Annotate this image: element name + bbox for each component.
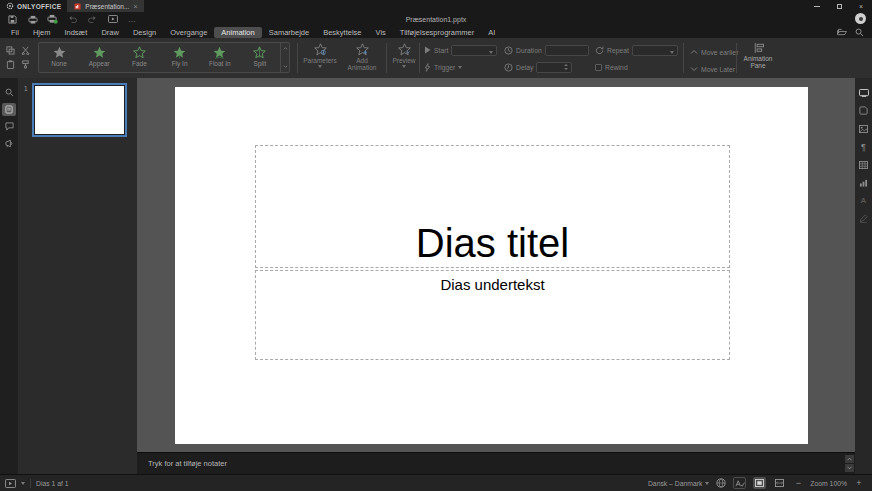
- set-language-globe-icon[interactable]: [716, 478, 726, 488]
- ribbon-separator: [419, 43, 420, 73]
- fit-to-slide-button[interactable]: [753, 477, 766, 489]
- notes-area[interactable]: Tryk for at tilføje notater: [137, 452, 855, 474]
- add-animation-icon: [356, 43, 369, 56]
- find-icon[interactable]: [2, 86, 16, 99]
- minimize-button[interactable]: [806, 0, 828, 12]
- status-bar: Dias 1 af 1 Dansk – Danmark − Zoom 100% …: [0, 474, 872, 491]
- copy-button[interactable]: [4, 44, 17, 56]
- maximize-button[interactable]: [828, 0, 850, 12]
- slide-counter: Dias 1 af 1: [36, 480, 69, 487]
- undo-button[interactable]: [67, 14, 78, 25]
- tab-hjem[interactable]: Hjem: [26, 27, 58, 38]
- tab-fil[interactable]: Fil: [4, 27, 26, 38]
- zoom-out-button[interactable]: −: [793, 478, 803, 488]
- document-tab[interactable]: Præsentation... ×: [67, 0, 144, 12]
- tab-overgange[interactable]: Overgange: [163, 27, 214, 38]
- title-placeholder[interactable]: Dias titel: [255, 145, 730, 268]
- image-settings-icon[interactable]: [857, 122, 871, 135]
- chevron-up-icon: [690, 49, 698, 55]
- titlebar: ONLYOFFICE Præsentation... × ×: [0, 0, 872, 12]
- feedback-icon[interactable]: [2, 137, 16, 150]
- scroll-up-button[interactable]: [845, 455, 854, 463]
- save-button[interactable]: [7, 14, 18, 25]
- tab-animation[interactable]: Animation: [214, 27, 261, 38]
- animation-split[interactable]: Split: [240, 43, 280, 72]
- ribbon-separator: [736, 43, 737, 73]
- scroll-down-button[interactable]: [845, 464, 854, 472]
- repeat-select[interactable]: [632, 45, 678, 56]
- tab-indsaet[interactable]: Indsæt: [57, 27, 94, 38]
- animation-none[interactable]: None: [39, 43, 79, 72]
- language-selector[interactable]: Dansk – Danmark: [648, 480, 709, 487]
- tab-vis[interactable]: Vis: [369, 27, 393, 38]
- search-icon[interactable]: [855, 28, 864, 37]
- delay-stepper[interactable]: [536, 62, 572, 73]
- ribbon-separator: [683, 43, 684, 73]
- move-later-button[interactable]: Move Later: [690, 63, 735, 75]
- more-options-button[interactable]: …: [127, 14, 138, 25]
- print-button[interactable]: [27, 14, 38, 25]
- spell-check-toggle[interactable]: [733, 477, 746, 489]
- language-caret-icon: [705, 482, 709, 485]
- preview-caret-icon: [402, 65, 406, 68]
- paragraph-settings-icon[interactable]: ¶: [857, 140, 871, 153]
- trigger-caret-icon[interactable]: [458, 66, 462, 69]
- cut-button[interactable]: [19, 44, 32, 56]
- add-animation-button[interactable]: Add Animation: [342, 43, 382, 72]
- main-area: 1 Dias titel Dias undertekst Tryk for at…: [0, 78, 872, 474]
- slide-thumbnail[interactable]: [32, 83, 127, 137]
- textart-settings-icon[interactable]: A: [857, 194, 871, 207]
- delay-spinner-icons[interactable]: [562, 63, 570, 72]
- document-tab-label: Præsentation...: [85, 3, 129, 10]
- animation-fade[interactable]: Fade: [119, 43, 159, 72]
- animation-fly-in[interactable]: Fly In: [160, 43, 200, 72]
- slideshow-caret-icon[interactable]: [21, 482, 25, 485]
- animation-float-in[interactable]: Float In: [200, 43, 240, 72]
- slide-settings-icon[interactable]: [857, 86, 871, 99]
- animation-pane-button[interactable]: Animation Pane: [738, 42, 778, 70]
- presentation-editor-window: ONLYOFFICE Præsentation... × ×: [0, 0, 872, 491]
- subtitle-placeholder[interactable]: Dias undertekst: [255, 270, 730, 360]
- open-file-location-icon[interactable]: [837, 28, 847, 36]
- move-earlier-button[interactable]: Move earlier: [690, 46, 738, 58]
- presentation-doc-icon: [74, 3, 81, 10]
- start-slideshow-button[interactable]: [107, 14, 118, 25]
- duration-input[interactable]: [545, 45, 589, 56]
- repeat-row: Repeat: [595, 44, 678, 56]
- zoom-in-button[interactable]: +: [854, 478, 864, 488]
- parameters-button[interactable]: Parameters: [300, 43, 340, 68]
- tab-tilfoejelsesprogrammer[interactable]: Tilføjelsesprogrammer: [393, 27, 481, 38]
- table-settings-icon[interactable]: [857, 158, 871, 171]
- slideshow-icon[interactable]: [5, 479, 16, 488]
- slide-canvas: Dias titel Dias undertekst: [137, 78, 855, 452]
- statusbar-separator: [30, 479, 31, 488]
- signature-settings-icon[interactable]: [857, 212, 871, 225]
- preview-button[interactable]: Preview: [389, 43, 419, 68]
- comments-icon[interactable]: [2, 120, 16, 133]
- start-select[interactable]: [451, 45, 497, 56]
- repeat-icon: [595, 46, 604, 55]
- tab-beskyttelse[interactable]: Beskyttelse: [316, 27, 368, 38]
- tab-design[interactable]: Design: [126, 27, 163, 38]
- shape-settings-icon[interactable]: [857, 104, 871, 117]
- tab-draw[interactable]: Draw: [94, 27, 126, 38]
- tab-ai[interactable]: AI: [481, 27, 502, 38]
- gallery-scroll-down-icon: [283, 64, 288, 69]
- redo-button[interactable]: [87, 14, 98, 25]
- copy-style-button[interactable]: [19, 58, 32, 70]
- quick-print-button[interactable]: [47, 14, 58, 25]
- tab-close-icon[interactable]: ×: [133, 3, 137, 10]
- delay-clock-icon: [504, 63, 513, 72]
- animation-appear[interactable]: Appear: [79, 43, 119, 72]
- chart-settings-icon[interactable]: [857, 176, 871, 189]
- user-avatar[interactable]: [855, 13, 866, 24]
- paste-button[interactable]: [4, 58, 17, 70]
- slide[interactable]: Dias titel Dias undertekst: [175, 87, 808, 444]
- delay-row: Delay: [504, 61, 572, 73]
- close-button[interactable]: ×: [850, 0, 872, 12]
- slide-thumbnails-icon[interactable]: [2, 103, 16, 116]
- gallery-scroll-buttons[interactable]: [280, 43, 289, 72]
- fit-to-width-button[interactable]: [773, 477, 786, 489]
- rewind-checkbox[interactable]: [595, 64, 602, 71]
- tab-samarbejde[interactable]: Samarbejde: [262, 27, 316, 38]
